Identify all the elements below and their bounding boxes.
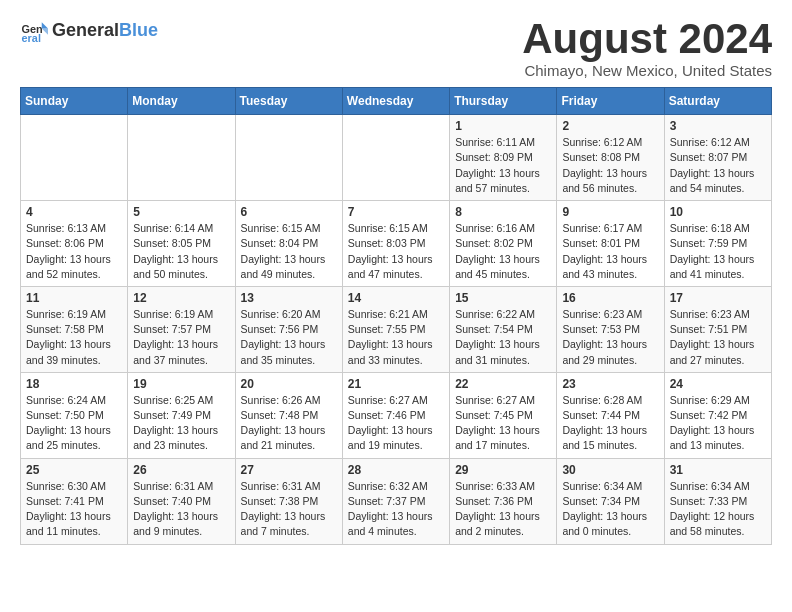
day-info: Sunrise: 6:15 AM Sunset: 8:03 PM Dayligh… — [348, 221, 444, 282]
calendar-cell: 7Sunrise: 6:15 AM Sunset: 8:03 PM Daylig… — [342, 201, 449, 287]
calendar-cell: 3Sunrise: 6:12 AM Sunset: 8:07 PM Daylig… — [664, 115, 771, 201]
calendar-cell: 12Sunrise: 6:19 AM Sunset: 7:57 PM Dayli… — [128, 286, 235, 372]
day-info: Sunrise: 6:18 AM Sunset: 7:59 PM Dayligh… — [670, 221, 766, 282]
calendar-cell: 26Sunrise: 6:31 AM Sunset: 7:40 PM Dayli… — [128, 458, 235, 544]
day-number: 6 — [241, 205, 337, 219]
day-number: 21 — [348, 377, 444, 391]
calendar-cell: 11Sunrise: 6:19 AM Sunset: 7:58 PM Dayli… — [21, 286, 128, 372]
calendar-cell: 17Sunrise: 6:23 AM Sunset: 7:51 PM Dayli… — [664, 286, 771, 372]
calendar-cell: 27Sunrise: 6:31 AM Sunset: 7:38 PM Dayli… — [235, 458, 342, 544]
day-number: 28 — [348, 463, 444, 477]
day-number: 5 — [133, 205, 229, 219]
day-number: 4 — [26, 205, 122, 219]
day-info: Sunrise: 6:24 AM Sunset: 7:50 PM Dayligh… — [26, 393, 122, 454]
day-number: 20 — [241, 377, 337, 391]
calendar-cell: 9Sunrise: 6:17 AM Sunset: 8:01 PM Daylig… — [557, 201, 664, 287]
day-info: Sunrise: 6:17 AM Sunset: 8:01 PM Dayligh… — [562, 221, 658, 282]
calendar-cell — [21, 115, 128, 201]
day-info: Sunrise: 6:19 AM Sunset: 7:58 PM Dayligh… — [26, 307, 122, 368]
calendar-week-row: 4Sunrise: 6:13 AM Sunset: 8:06 PM Daylig… — [21, 201, 772, 287]
location-subtitle: Chimayo, New Mexico, United States — [522, 62, 772, 79]
day-info: Sunrise: 6:33 AM Sunset: 7:36 PM Dayligh… — [455, 479, 551, 540]
day-info: Sunrise: 6:31 AM Sunset: 7:38 PM Dayligh… — [241, 479, 337, 540]
day-info: Sunrise: 6:22 AM Sunset: 7:54 PM Dayligh… — [455, 307, 551, 368]
day-number: 1 — [455, 119, 551, 133]
day-number: 12 — [133, 291, 229, 305]
calendar-week-row: 1Sunrise: 6:11 AM Sunset: 8:09 PM Daylig… — [21, 115, 772, 201]
day-info: Sunrise: 6:13 AM Sunset: 8:06 PM Dayligh… — [26, 221, 122, 282]
calendar-cell: 8Sunrise: 6:16 AM Sunset: 8:02 PM Daylig… — [450, 201, 557, 287]
day-number: 15 — [455, 291, 551, 305]
day-info: Sunrise: 6:15 AM Sunset: 8:04 PM Dayligh… — [241, 221, 337, 282]
calendar-cell: 20Sunrise: 6:26 AM Sunset: 7:48 PM Dayli… — [235, 372, 342, 458]
calendar-week-row: 18Sunrise: 6:24 AM Sunset: 7:50 PM Dayli… — [21, 372, 772, 458]
weekday-header-thursday: Thursday — [450, 88, 557, 115]
day-info: Sunrise: 6:27 AM Sunset: 7:45 PM Dayligh… — [455, 393, 551, 454]
logo-icon: Gen eral — [20, 16, 48, 44]
weekday-header-saturday: Saturday — [664, 88, 771, 115]
weekday-header-friday: Friday — [557, 88, 664, 115]
day-info: Sunrise: 6:25 AM Sunset: 7:49 PM Dayligh… — [133, 393, 229, 454]
day-info: Sunrise: 6:23 AM Sunset: 7:51 PM Dayligh… — [670, 307, 766, 368]
calendar-table: SundayMondayTuesdayWednesdayThursdayFrid… — [20, 87, 772, 544]
logo-blue-text: Blue — [119, 20, 158, 41]
calendar-cell: 13Sunrise: 6:20 AM Sunset: 7:56 PM Dayli… — [235, 286, 342, 372]
day-number: 31 — [670, 463, 766, 477]
day-number: 18 — [26, 377, 122, 391]
day-number: 16 — [562, 291, 658, 305]
header: Gen eral GeneralBlue August 2024 Chimayo… — [20, 16, 772, 79]
calendar-cell — [128, 115, 235, 201]
day-number: 2 — [562, 119, 658, 133]
weekday-header-sunday: Sunday — [21, 88, 128, 115]
day-info: Sunrise: 6:12 AM Sunset: 8:08 PM Dayligh… — [562, 135, 658, 196]
day-number: 8 — [455, 205, 551, 219]
day-number: 26 — [133, 463, 229, 477]
calendar-cell: 6Sunrise: 6:15 AM Sunset: 8:04 PM Daylig… — [235, 201, 342, 287]
weekday-header-row: SundayMondayTuesdayWednesdayThursdayFrid… — [21, 88, 772, 115]
calendar-cell: 22Sunrise: 6:27 AM Sunset: 7:45 PM Dayli… — [450, 372, 557, 458]
weekday-header-tuesday: Tuesday — [235, 88, 342, 115]
logo-general-text: General — [52, 20, 119, 41]
calendar-week-row: 25Sunrise: 6:30 AM Sunset: 7:41 PM Dayli… — [21, 458, 772, 544]
day-number: 30 — [562, 463, 658, 477]
day-info: Sunrise: 6:32 AM Sunset: 7:37 PM Dayligh… — [348, 479, 444, 540]
day-info: Sunrise: 6:31 AM Sunset: 7:40 PM Dayligh… — [133, 479, 229, 540]
day-number: 23 — [562, 377, 658, 391]
day-info: Sunrise: 6:20 AM Sunset: 7:56 PM Dayligh… — [241, 307, 337, 368]
day-info: Sunrise: 6:30 AM Sunset: 7:41 PM Dayligh… — [26, 479, 122, 540]
calendar-cell: 23Sunrise: 6:28 AM Sunset: 7:44 PM Dayli… — [557, 372, 664, 458]
day-number: 22 — [455, 377, 551, 391]
day-number: 27 — [241, 463, 337, 477]
day-info: Sunrise: 6:27 AM Sunset: 7:46 PM Dayligh… — [348, 393, 444, 454]
day-number: 13 — [241, 291, 337, 305]
calendar-cell: 19Sunrise: 6:25 AM Sunset: 7:49 PM Dayli… — [128, 372, 235, 458]
calendar-cell: 14Sunrise: 6:21 AM Sunset: 7:55 PM Dayli… — [342, 286, 449, 372]
calendar-cell: 28Sunrise: 6:32 AM Sunset: 7:37 PM Dayli… — [342, 458, 449, 544]
calendar-week-row: 11Sunrise: 6:19 AM Sunset: 7:58 PM Dayli… — [21, 286, 772, 372]
day-number: 25 — [26, 463, 122, 477]
calendar-cell: 4Sunrise: 6:13 AM Sunset: 8:06 PM Daylig… — [21, 201, 128, 287]
weekday-header-wednesday: Wednesday — [342, 88, 449, 115]
day-number: 24 — [670, 377, 766, 391]
calendar-cell: 25Sunrise: 6:30 AM Sunset: 7:41 PM Dayli… — [21, 458, 128, 544]
day-info: Sunrise: 6:26 AM Sunset: 7:48 PM Dayligh… — [241, 393, 337, 454]
day-number: 3 — [670, 119, 766, 133]
calendar-cell — [235, 115, 342, 201]
day-info: Sunrise: 6:14 AM Sunset: 8:05 PM Dayligh… — [133, 221, 229, 282]
day-info: Sunrise: 6:28 AM Sunset: 7:44 PM Dayligh… — [562, 393, 658, 454]
calendar-cell: 30Sunrise: 6:34 AM Sunset: 7:34 PM Dayli… — [557, 458, 664, 544]
calendar-cell: 2Sunrise: 6:12 AM Sunset: 8:08 PM Daylig… — [557, 115, 664, 201]
calendar-cell: 29Sunrise: 6:33 AM Sunset: 7:36 PM Dayli… — [450, 458, 557, 544]
day-info: Sunrise: 6:23 AM Sunset: 7:53 PM Dayligh… — [562, 307, 658, 368]
day-number: 7 — [348, 205, 444, 219]
day-number: 9 — [562, 205, 658, 219]
day-info: Sunrise: 6:19 AM Sunset: 7:57 PM Dayligh… — [133, 307, 229, 368]
day-info: Sunrise: 6:34 AM Sunset: 7:33 PM Dayligh… — [670, 479, 766, 540]
calendar-cell: 21Sunrise: 6:27 AM Sunset: 7:46 PM Dayli… — [342, 372, 449, 458]
weekday-header-monday: Monday — [128, 88, 235, 115]
month-year-title: August 2024 — [522, 16, 772, 62]
day-info: Sunrise: 6:29 AM Sunset: 7:42 PM Dayligh… — [670, 393, 766, 454]
calendar-cell: 10Sunrise: 6:18 AM Sunset: 7:59 PM Dayli… — [664, 201, 771, 287]
day-info: Sunrise: 6:16 AM Sunset: 8:02 PM Dayligh… — [455, 221, 551, 282]
calendar-cell: 18Sunrise: 6:24 AM Sunset: 7:50 PM Dayli… — [21, 372, 128, 458]
